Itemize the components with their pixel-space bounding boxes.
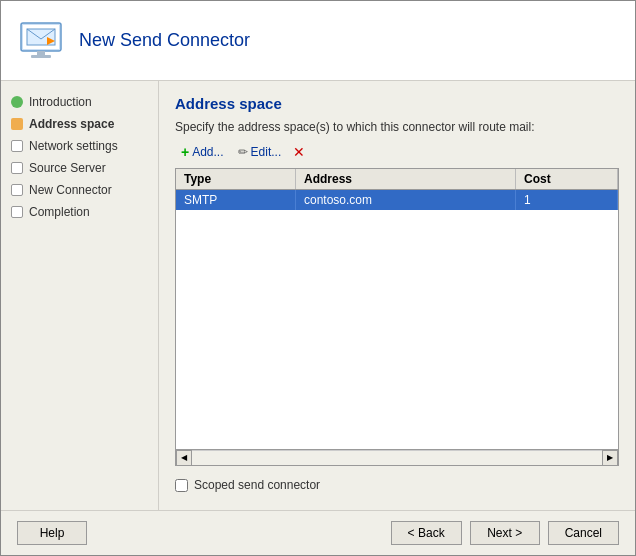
add-label: Add...	[192, 145, 223, 159]
cancel-button[interactable]: Cancel	[548, 521, 619, 545]
help-button[interactable]: Help	[17, 521, 87, 545]
sidebar-bullet-introduction	[11, 96, 23, 108]
sidebar-bullet-new-connector	[11, 184, 23, 196]
add-icon: +	[181, 144, 189, 160]
scroll-left-button[interactable]: ◀	[176, 450, 192, 466]
table-body: SMTPcontoso.com1	[176, 190, 618, 449]
svg-rect-4	[31, 55, 51, 58]
table-row[interactable]: SMTPcontoso.com1	[176, 190, 618, 210]
content-description: Specify the address space(s) to which th…	[175, 120, 619, 134]
add-button[interactable]: + Add...	[175, 142, 230, 162]
back-button[interactable]: < Back	[391, 521, 462, 545]
sidebar-bullet-source-server	[11, 162, 23, 174]
sidebar-item-completion[interactable]: Completion	[1, 201, 158, 223]
sidebar-bullet-network-settings	[11, 140, 23, 152]
scroll-track[interactable]	[192, 450, 602, 466]
footer-left: Help	[17, 521, 87, 545]
sidebar-label-new-connector: New Connector	[29, 183, 112, 197]
sidebar: IntroductionAddress spaceNetwork setting…	[1, 81, 159, 510]
horizontal-scrollbar[interactable]: ◀ ▶	[176, 449, 618, 465]
sidebar-label-address-space: Address space	[29, 117, 114, 131]
cell-type-0: SMTP	[176, 190, 296, 210]
send-connector-icon	[17, 17, 65, 65]
svg-rect-3	[37, 51, 45, 55]
edit-icon: ✏	[238, 145, 248, 159]
dialog-header: New Send Connector	[1, 1, 635, 81]
toolbar: + Add... ✏ Edit... ✕	[175, 142, 619, 162]
sidebar-item-network-settings[interactable]: Network settings	[1, 135, 158, 157]
edit-button[interactable]: ✏ Edit...	[232, 143, 288, 161]
table-header: Type Address Cost	[176, 169, 618, 190]
sidebar-item-address-space[interactable]: Address space	[1, 113, 158, 135]
sidebar-label-completion: Completion	[29, 205, 90, 219]
sidebar-label-network-settings: Network settings	[29, 139, 118, 153]
dialog: New Send Connector IntroductionAddress s…	[0, 0, 636, 556]
scoped-connector-label[interactable]: Scoped send connector	[194, 478, 320, 492]
next-button[interactable]: Next >	[470, 521, 540, 545]
cell-cost-0: 1	[516, 190, 618, 210]
sidebar-item-source-server[interactable]: Source Server	[1, 157, 158, 179]
cell-address-0: contoso.com	[296, 190, 516, 210]
sidebar-bullet-completion	[11, 206, 23, 218]
content-title: Address space	[175, 95, 619, 112]
sidebar-label-source-server: Source Server	[29, 161, 106, 175]
sidebar-item-new-connector[interactable]: New Connector	[1, 179, 158, 201]
delete-button[interactable]: ✕	[289, 142, 309, 162]
sidebar-bullet-address-space	[11, 118, 23, 130]
dialog-title: New Send Connector	[79, 30, 250, 51]
sidebar-item-introduction[interactable]: Introduction	[1, 91, 158, 113]
scroll-right-button[interactable]: ▶	[602, 450, 618, 466]
edit-label: Edit...	[251, 145, 282, 159]
address-space-table: Type Address Cost SMTPcontoso.com1 ◀ ▶	[175, 168, 619, 466]
dialog-footer: Help < Back Next > Cancel	[1, 510, 635, 555]
column-cost: Cost	[516, 169, 618, 189]
sidebar-label-introduction: Introduction	[29, 95, 92, 109]
column-type: Type	[176, 169, 296, 189]
scoped-connector-checkbox[interactable]	[175, 479, 188, 492]
column-address: Address	[296, 169, 516, 189]
main-content: Address space Specify the address space(…	[159, 81, 635, 510]
footer-right: < Back Next > Cancel	[391, 521, 619, 545]
dialog-body: IntroductionAddress spaceNetwork setting…	[1, 81, 635, 510]
scoped-connector-area: Scoped send connector	[175, 474, 619, 496]
